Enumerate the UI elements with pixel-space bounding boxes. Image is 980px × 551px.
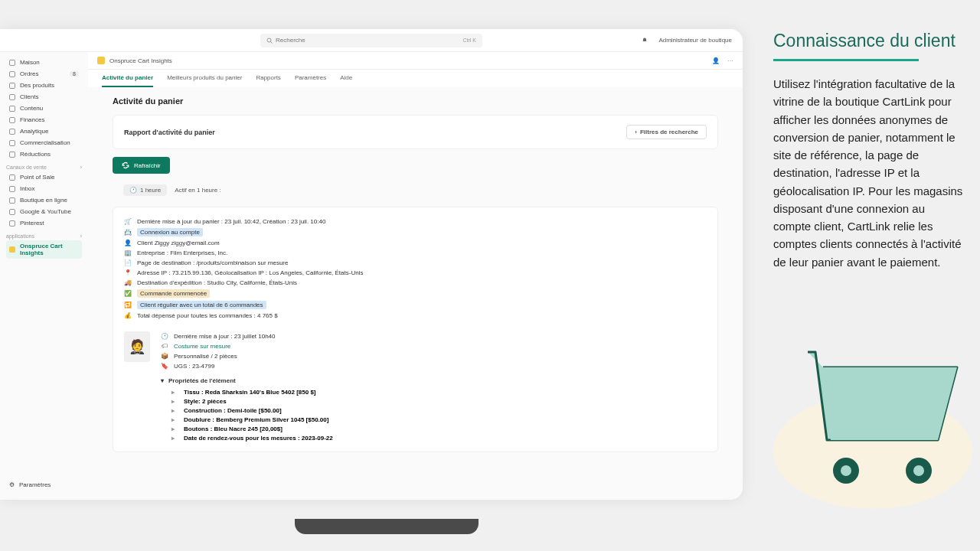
tab[interactable]: Meilleurs produits du panier bbox=[167, 70, 242, 87]
apps-heading: applications bbox=[6, 233, 34, 239]
property-row: ▸Doublure : Bemberg Premium Silver 1045 … bbox=[161, 415, 707, 424]
sidebar-channel[interactable]: Pinterest bbox=[6, 217, 82, 229]
tabs: Activité du panierMeilleurs produits du … bbox=[88, 70, 743, 87]
sidebar-item[interactable]: Ordres8 bbox=[6, 68, 82, 80]
sidebar-item[interactable]: Réductions bbox=[6, 148, 82, 160]
sidebar-item[interactable]: Finances bbox=[6, 114, 82, 126]
tab[interactable]: Rapports bbox=[256, 70, 280, 87]
detail-row: 🏢Entreprise : Film Enterprises, Inc. bbox=[124, 248, 707, 258]
tab[interactable]: Activité du panier bbox=[102, 70, 153, 87]
chevron-right-icon: › bbox=[635, 129, 637, 135]
svg-point-6 bbox=[913, 465, 924, 476]
detail-row: ✅Commande commencée bbox=[124, 288, 707, 299]
chevron-right-icon: › bbox=[80, 233, 82, 239]
admin-label[interactable]: Administrateur de boutique bbox=[658, 37, 732, 44]
sidebar-item[interactable]: Maison bbox=[6, 57, 82, 68]
detail-row: 📇Connexion au compte bbox=[124, 227, 707, 238]
refresh-button[interactable]: Rafraîchir bbox=[113, 157, 170, 174]
tab[interactable]: Aide bbox=[340, 70, 352, 87]
tab[interactable]: Paramètres bbox=[295, 70, 326, 87]
sidebar-item[interactable]: Analytique bbox=[6, 126, 82, 137]
product-thumbnail: 🤵 bbox=[124, 331, 150, 362]
cart-illustration bbox=[769, 321, 976, 513]
detail-row: 📄Page de destination : /produits/combina… bbox=[124, 258, 707, 268]
app-name: Onspruce Cart Insights bbox=[109, 57, 172, 64]
sidebar-channel[interactable]: Point of Sale bbox=[6, 171, 82, 183]
sidebar-channel[interactable]: Inbox bbox=[6, 183, 82, 194]
main-panel: Onspruce Cart Insights 👤⋯ Activité du pa… bbox=[88, 52, 743, 500]
topbar: Recherche Ctrl K Administrateur de bouti… bbox=[0, 29, 743, 52]
bell-icon[interactable] bbox=[642, 37, 648, 44]
detail-row: 🚚Destination d'expédition : Studio City,… bbox=[124, 278, 707, 288]
product-meta-row: 🕐Dernière mise à jour : 23 juillet 10h40 bbox=[161, 331, 707, 341]
clock-icon: 🕐 bbox=[129, 187, 137, 194]
report-title: Rapport d'activité du panier bbox=[124, 129, 215, 136]
svg-line-1 bbox=[271, 41, 273, 43]
detail-row: 👤Client Ziggy ziggy@email.com bbox=[124, 238, 707, 248]
channels-heading: Canaux de vente bbox=[6, 165, 47, 170]
detail-row: 🛒Dernière mise à jour du panier : 23 jui… bbox=[124, 217, 707, 227]
detail-row: 💰Total dépensé pour toutes les commandes… bbox=[124, 311, 707, 321]
sidebar: MaisonOrdres8Des produitsClientsContenuF… bbox=[0, 52, 88, 500]
filters-button[interactable]: ›Filtres de recherche bbox=[626, 125, 707, 139]
search-kbd: Ctrl K bbox=[463, 37, 477, 43]
sidebar-item[interactable]: Contenu bbox=[6, 103, 82, 114]
search-icon bbox=[266, 37, 273, 44]
info-title: Connaissance du client bbox=[773, 31, 965, 51]
sidebar-app[interactable]: Onspruce Cart Insights bbox=[6, 240, 82, 259]
app-frame: Recherche Ctrl K Administrateur de bouti… bbox=[0, 29, 743, 500]
property-row: ▸Style: 2 pièces bbox=[161, 396, 707, 406]
chevron-down-icon: ▾ bbox=[161, 377, 164, 384]
sidebar-item[interactable]: Commercialisation bbox=[6, 137, 82, 148]
product-meta-row: 📦Personnalisé / 2 pièces bbox=[161, 351, 707, 361]
property-row: ▸Tissu : Reda Sharksin 140's Blue 5402 [… bbox=[161, 387, 707, 396]
sidebar-item[interactable]: Des produits bbox=[6, 80, 82, 91]
search-placeholder: Recherche bbox=[276, 37, 305, 44]
product-meta-row: 🔖UGS : 23-4799 bbox=[161, 361, 707, 371]
chevron-right-icon: › bbox=[80, 165, 82, 170]
user-icon[interactable]: 👤 bbox=[712, 57, 720, 64]
property-row: ▸Construction : Demi-toile [$50.00] bbox=[161, 406, 707, 415]
time-text: Actif en 1 heure : bbox=[175, 187, 220, 194]
property-row: ▸Boutons : Bleu Nacre 245 [20,00$] bbox=[161, 424, 707, 433]
shelf-decoration bbox=[295, 519, 479, 534]
refresh-icon bbox=[122, 161, 129, 169]
props-heading: Propriétés de l'élément bbox=[168, 377, 236, 384]
property-row: ▸Date de rendez-vous pour les mesures : … bbox=[161, 433, 707, 442]
app-icon bbox=[97, 57, 105, 64]
time-badge: 🕐1 heure bbox=[123, 184, 167, 196]
sidebar-item[interactable]: Clients bbox=[6, 91, 82, 103]
search-input[interactable]: Recherche Ctrl K bbox=[260, 34, 482, 47]
svg-point-4 bbox=[841, 465, 851, 476]
product-meta-row: 🏷Costume sur mesure bbox=[161, 341, 707, 351]
more-icon[interactable]: ⋯ bbox=[727, 57, 733, 64]
detail-row: 🔁Client régulier avec un total de 6 comm… bbox=[124, 299, 707, 311]
info-panel: Connaissance du client Utilisez l'intégr… bbox=[773, 31, 965, 271]
info-text: Utilisez l'intégration facultative de la… bbox=[773, 75, 965, 271]
detail-row: 📍Adresse IP : 73.215.99.136, Géolocalisa… bbox=[124, 268, 707, 278]
svg-point-0 bbox=[267, 38, 271, 42]
sidebar-channel[interactable]: Google & YouTube bbox=[6, 206, 82, 217]
page-title: Activité du panier bbox=[113, 96, 718, 106]
settings-link[interactable]: ⚙Paramètres bbox=[6, 479, 82, 491]
sidebar-channel[interactable]: Boutique en ligne bbox=[6, 194, 82, 206]
info-divider bbox=[773, 59, 919, 61]
